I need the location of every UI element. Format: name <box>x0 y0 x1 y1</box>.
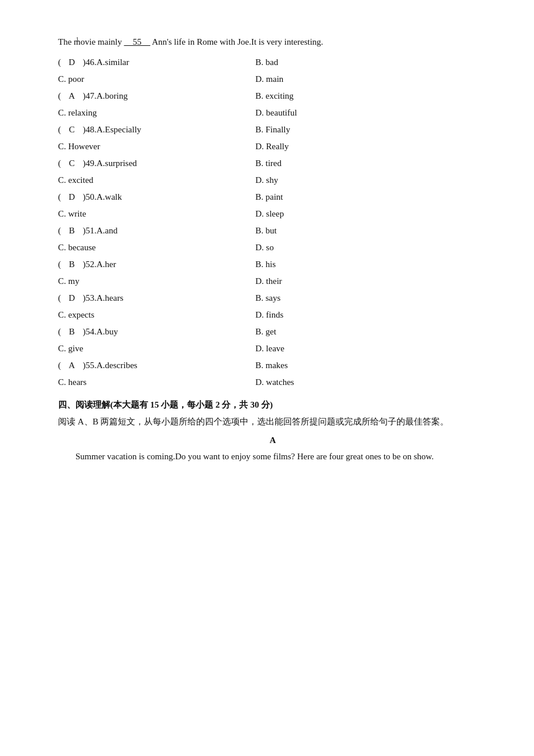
question-54: ( B )54.A.buyB. getC. giveD. leave <box>58 324 488 357</box>
optB-54: B. get <box>255 324 488 340</box>
answer-col-55: ( A )55.A.describes <box>58 358 255 373</box>
optC-53: C. expects <box>58 307 255 323</box>
answer-badge-49: C <box>63 156 81 171</box>
question-53: ( D )53.A.hearsB. saysC. expectsD. finds <box>58 290 488 323</box>
optD-48: D. Really <box>255 139 488 154</box>
answer-badge-53: D <box>63 290 81 306</box>
question-row-cd-52: C. myD. their <box>58 273 488 289</box>
passage-a-text: Summer vacation is coming.Do you want to… <box>58 449 488 465</box>
optD-54: D. leave <box>255 341 488 357</box>
page-number: 1 <box>75 35 80 44</box>
blank-55: __55__ <box>124 37 150 46</box>
answer-col-50: ( D )50.A.walk <box>58 189 255 205</box>
optC-48: C. However <box>58 139 255 154</box>
question-49: ( C )49.A.surprisedB. tiredC. excitedD. … <box>58 156 488 188</box>
question-row-ab-53: ( D )53.A.hearsB. says <box>58 290 488 306</box>
answer-col-54: ( B )54.A.buy <box>58 324 255 340</box>
optC-47: C. relaxing <box>58 105 255 121</box>
question-row-cd-47: C. relaxingD. beautiful <box>58 105 488 121</box>
optD-55: D. watches <box>255 375 488 390</box>
question-row-cd-54: C. giveD. leave <box>58 341 488 357</box>
question-row-cd-55: C. hearsD. watches <box>58 375 488 390</box>
optB-49: B. tired <box>255 156 488 171</box>
answer-col-48: ( C )48.A.Especially <box>58 122 255 138</box>
section4-header: 四、阅读理解(本大题有 15 小题，每小题 2 分，共 30 分) <box>58 399 488 411</box>
answer-badge-50: D <box>63 189 81 205</box>
answer-col-53: ( D )53.A.hears <box>58 290 255 306</box>
optB-47: B. exciting <box>255 88 488 104</box>
question-row-ab-47: ( A )47.A.boringB. exciting <box>58 88 488 104</box>
optB-46: B. bad <box>255 55 488 70</box>
questions-container: ( D )46.A.similarB. badC. poorD. main( A… <box>58 55 488 390</box>
question-51: ( B )51.A.andB. butC. becauseD. so <box>58 223 488 255</box>
question-46: ( D )46.A.similarB. badC. poorD. main <box>58 55 488 87</box>
optB-55: B. makes <box>255 358 488 373</box>
answer-badge-51: B <box>63 223 81 239</box>
question-row-ab-49: ( C )49.A.surprisedB. tired <box>58 156 488 171</box>
answer-col-51: ( B )51.A.and <box>58 223 255 239</box>
question-row-cd-53: C. expectsD. finds <box>58 307 488 323</box>
question-row-ab-46: ( D )46.A.similarB. bad <box>58 55 488 70</box>
answer-badge-52: B <box>63 257 81 272</box>
optD-47: D. beautiful <box>255 105 488 121</box>
intro-text-before: The movie mainly <box>58 37 124 46</box>
optD-53: D. finds <box>255 307 488 323</box>
optC-52: C. my <box>58 273 255 289</box>
optD-49: D. shy <box>255 172 488 188</box>
optD-51: D. so <box>255 240 488 255</box>
section4-intro: 阅读 A、B 两篇短文，从每小题所给的四个选项中，选出能回答所提问题或完成所给句… <box>58 414 488 430</box>
answer-col-49: ( C )49.A.surprised <box>58 156 255 171</box>
page-container: 1 The movie mainly __55__ Ann's life in … <box>58 35 488 465</box>
question-row-cd-49: C. excitedD. shy <box>58 172 488 188</box>
passage-a-title: A <box>58 435 488 445</box>
question-row-ab-55: ( A )55.A.describesB. makes <box>58 358 488 373</box>
question-52: ( B )52.A.herB. hisC. myD. their <box>58 257 488 289</box>
question-row-ab-52: ( B )52.A.herB. his <box>58 257 488 272</box>
question-row-ab-51: ( B )51.A.andB. but <box>58 223 488 239</box>
question-row-cd-48: C. HoweverD. Really <box>58 139 488 154</box>
answer-badge-55: A <box>63 358 81 373</box>
optD-52: D. their <box>255 273 488 289</box>
intro-text-after: Ann's life in Rome with Joe.It is very i… <box>150 37 323 46</box>
answer-col-47: ( A )47.A.boring <box>58 88 255 104</box>
question-row-ab-50: ( D )50.A.walkB. paint <box>58 189 488 205</box>
question-55: ( A )55.A.describesB. makesC. hearsD. wa… <box>58 358 488 390</box>
optB-48: B. Finally <box>255 122 488 138</box>
answer-col-52: ( B )52.A.her <box>58 257 255 272</box>
optC-54: C. give <box>58 341 255 357</box>
optB-51: B. but <box>255 223 488 239</box>
question-row-cd-46: C. poorD. main <box>58 71 488 87</box>
question-row-ab-54: ( B )54.A.buyB. get <box>58 324 488 340</box>
answer-badge-54: B <box>63 324 81 340</box>
answer-badge-48: C <box>63 122 81 138</box>
question-row-ab-48: ( C )48.A.EspeciallyB. Finally <box>58 122 488 138</box>
optC-51: C. because <box>58 240 255 255</box>
answer-badge-47: A <box>63 88 81 104</box>
question-48: ( C )48.A.EspeciallyB. FinallyC. However… <box>58 122 488 154</box>
optD-46: D. main <box>255 71 488 87</box>
optB-50: B. paint <box>255 189 488 205</box>
intro-line: The movie mainly __55__ Ann's life in Ro… <box>58 35 488 49</box>
question-row-cd-50: C. writeD. sleep <box>58 206 488 222</box>
answer-badge-46: D <box>63 55 81 70</box>
optC-49: C. excited <box>58 172 255 188</box>
question-row-cd-51: C. becauseD. so <box>58 240 488 255</box>
optC-46: C. poor <box>58 71 255 87</box>
optB-53: B. says <box>255 290 488 306</box>
answer-col-46: ( D )46.A.similar <box>58 55 255 70</box>
optC-50: C. write <box>58 206 255 222</box>
question-50: ( D )50.A.walkB. paintC. writeD. sleep <box>58 189 488 222</box>
question-47: ( A )47.A.boringB. excitingC. relaxingD.… <box>58 88 488 121</box>
optD-50: D. sleep <box>255 206 488 222</box>
optB-52: B. his <box>255 257 488 272</box>
optC-55: C. hears <box>58 375 255 390</box>
